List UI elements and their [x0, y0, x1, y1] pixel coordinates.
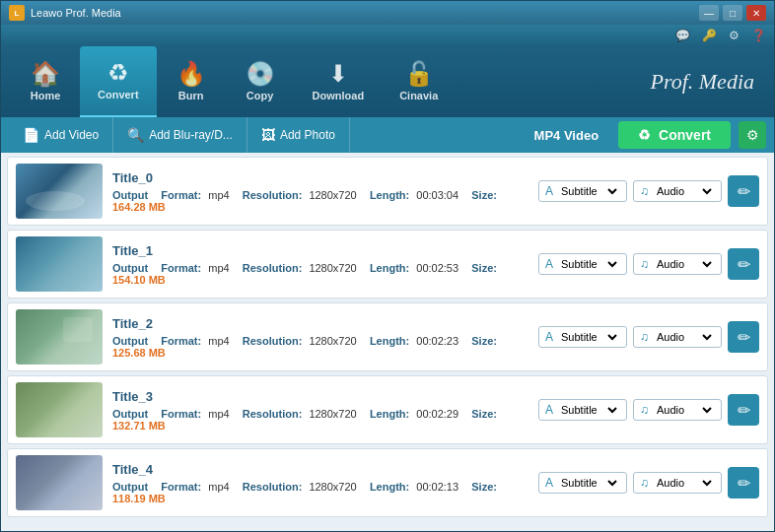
audio-dropdown-3[interactable]: Audio [653, 403, 715, 417]
app-title: Leawo Prof. Media [31, 7, 121, 19]
video-controls-0: A Subtitle ♫ Audio ✏ [538, 175, 759, 207]
nav-copy[interactable]: 💿 Copy [226, 46, 295, 117]
subtitle-dropdown-1[interactable]: Subtitle [557, 257, 620, 271]
format-val-4: mp4 [208, 481, 229, 493]
format-val-1: mp4 [208, 262, 229, 274]
add-video-button[interactable]: 📄 Add Video [9, 117, 113, 153]
nav-burn-label: Burn [178, 90, 204, 101]
video-info-0: Title_0 Output Format: mp4 Resolution: 1… [112, 170, 528, 213]
audio-dropdown-1[interactable]: Audio [653, 257, 715, 271]
subtitle-dropdown-3[interactable]: Subtitle [557, 403, 620, 417]
add-photo-button[interactable]: 🖼 Add Photo [247, 117, 350, 153]
output-label: Output [112, 481, 148, 493]
nav-cinavia[interactable]: 🔓 Cinavia [382, 46, 456, 117]
subtitle-icon-4: A [545, 476, 553, 490]
edit-button-1[interactable]: ✏ [728, 248, 759, 280]
thumb-inner-2 [16, 309, 103, 365]
size-label-4: Size: [471, 481, 497, 493]
length-val-2: 00:02:23 [416, 335, 458, 347]
length-label-1: Length: [370, 262, 409, 274]
nav-home[interactable]: 🏠 Home [11, 46, 80, 117]
audio-icon-1: ♫ [640, 257, 649, 271]
chat-icon[interactable]: 💬 [675, 29, 690, 42]
home-icon: 🏠 [31, 62, 60, 86]
subtitle-select-4[interactable]: A Subtitle [538, 472, 627, 494]
video-title-2: Title_2 [112, 316, 528, 331]
resolution-val-2: 1280x720 [309, 335, 356, 347]
video-item-3: Title_3 Output Format: mp4 Resolution: 1… [7, 375, 768, 444]
subtitle-dropdown-2[interactable]: Subtitle [557, 330, 620, 344]
subtitle-select-3[interactable]: A Subtitle [538, 399, 627, 421]
audio-icon-3: ♫ [640, 403, 649, 417]
output-label: Output [112, 262, 148, 274]
subtitle-icon-1: A [545, 257, 553, 271]
video-meta-4: Output Format: mp4 Resolution: 1280x720 … [112, 481, 528, 504]
maximize-button[interactable]: □ [723, 5, 742, 21]
add-bluray-icon: 🔍 [127, 127, 144, 143]
audio-dropdown-4[interactable]: Audio [653, 476, 715, 490]
add-photo-label: Add Photo [280, 128, 335, 142]
size-label-0: Size: [471, 189, 497, 201]
audio-select-1[interactable]: ♫ Audio [633, 253, 722, 275]
audio-select-2[interactable]: ♫ Audio [633, 326, 722, 348]
convert-icon: ♻ [107, 61, 129, 85]
add-video-icon: 📄 [23, 127, 39, 143]
video-item-2: Title_2 Output Format: mp4 Resolution: 1… [7, 302, 768, 371]
title-bar-controls: — □ ✕ [699, 5, 766, 21]
size-val-2: 125.68 MB [112, 347, 166, 359]
help-icon[interactable]: ❓ [751, 29, 766, 42]
copy-icon: 💿 [246, 62, 275, 86]
video-info-3: Title_3 Output Format: mp4 Resolution: 1… [112, 389, 528, 432]
edit-button-2[interactable]: ✏ [728, 321, 759, 353]
video-thumb-2 [16, 309, 103, 365]
audio-select-3[interactable]: ♫ Audio [633, 399, 722, 421]
subtitle-select-2[interactable]: A Subtitle [538, 326, 627, 348]
add-bluray-button[interactable]: 🔍 Add Blu-ray/D... [113, 117, 247, 153]
edit-button-4[interactable]: ✏ [728, 467, 759, 499]
video-item-0: Title_0 Output Format: mp4 Resolution: 1… [7, 157, 768, 226]
video-thumb-1 [16, 236, 103, 292]
resolution-label-0: Resolution: [243, 189, 303, 201]
thumb-inner-0 [16, 164, 103, 219]
video-info-4: Title_4 Output Format: mp4 Resolution: 1… [112, 462, 528, 504]
video-controls-2: A Subtitle ♫ Audio ✏ [538, 321, 759, 353]
nav-download[interactable]: ⬇ Download [295, 46, 383, 117]
close-button[interactable]: ✕ [746, 5, 766, 21]
video-title-0: Title_0 [112, 170, 528, 185]
nav-burn[interactable]: 🔥 Burn [157, 46, 226, 117]
format-label[interactable]: MP4 Video [515, 128, 619, 143]
size-val-3: 132.71 MB [112, 420, 166, 432]
nav-cinavia-label: Cinavia [399, 90, 438, 101]
size-label-1: Size: [471, 262, 497, 274]
thumb-inner-4 [16, 455, 103, 510]
length-val-0: 00:03:04 [416, 189, 458, 201]
convert-button[interactable]: ♻ Convert [618, 121, 731, 149]
video-thumb-0 [16, 164, 103, 219]
minimize-button[interactable]: — [699, 5, 719, 21]
subtitle-icon-3: A [545, 403, 553, 417]
subtitle-select-0[interactable]: A Subtitle [538, 180, 627, 202]
format-label-3: Format: [161, 408, 201, 420]
key-icon[interactable]: 🔑 [702, 29, 717, 42]
size-val-4: 118.19 MB [112, 493, 166, 504]
format-val-2: mp4 [208, 335, 229, 347]
add-photo-icon: 🖼 [261, 127, 275, 143]
edit-button-3[interactable]: ✏ [728, 394, 759, 426]
gear-icon[interactable]: ⚙ [729, 29, 740, 42]
audio-dropdown-2[interactable]: Audio [653, 330, 715, 344]
subtitle-select-1[interactable]: A Subtitle [538, 253, 627, 275]
format-val-0: mp4 [208, 189, 229, 201]
edit-button-0[interactable]: ✏ [728, 175, 759, 207]
audio-select-0[interactable]: ♫ Audio [633, 180, 722, 202]
subtitle-dropdown-0[interactable]: Subtitle [557, 184, 620, 198]
size-val-1: 154.10 MB [112, 274, 166, 286]
nav-convert[interactable]: ♻ Convert [80, 46, 157, 117]
video-item-1: Title_1 Output Format: mp4 Resolution: 1… [7, 230, 768, 299]
subtitle-dropdown-4[interactable]: Subtitle [557, 476, 620, 490]
settings-button[interactable]: ⚙ [739, 121, 766, 149]
audio-select-4[interactable]: ♫ Audio [633, 472, 722, 494]
audio-dropdown-0[interactable]: Audio [653, 184, 715, 198]
video-controls-3: A Subtitle ♫ Audio ✏ [538, 394, 759, 426]
resolution-label-2: Resolution: [243, 335, 303, 347]
settings-icon: ⚙ [746, 127, 759, 143]
